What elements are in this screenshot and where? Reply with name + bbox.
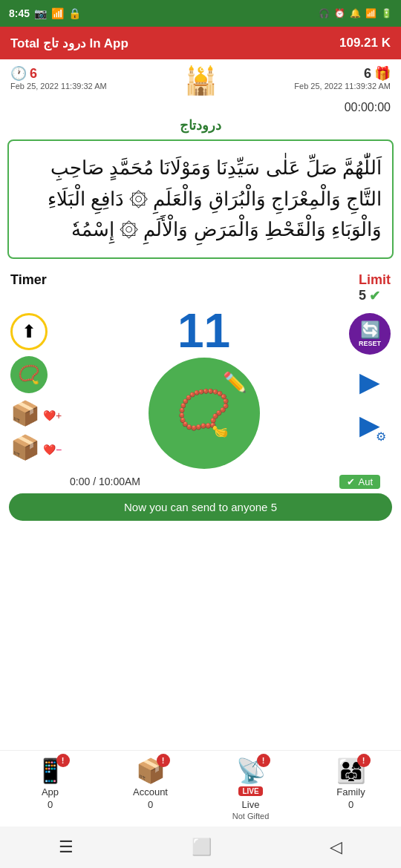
live-label: Live: [242, 799, 260, 810]
limit-section: Limit 5 ✔: [359, 272, 391, 304]
left-icons: ⬆ 📿 📦 ❤️+ 📦 ❤️−: [10, 313, 59, 461]
right-controls: 🔄 RESET ▶ ▶ ⚙: [349, 313, 391, 441]
family-count: 0: [348, 799, 353, 810]
toast-message: Now you can send to anyone 5: [124, 501, 277, 513]
play-settings-button[interactable]: ▶ ⚙: [359, 410, 380, 441]
limit-number: 5: [359, 288, 366, 303]
tasbih-button[interactable]: 📿 ✏️: [149, 358, 260, 469]
nav-item-account[interactable]: 📦 ! Account 0: [121, 757, 180, 810]
arabic-text: اَللّٰهُمَّ صَلِّ عَلٰى سَيِّدِنَا وَمَو…: [48, 157, 382, 240]
mosque-icon-container: 🕌: [184, 65, 218, 96]
play-button[interactable]: ▶: [359, 366, 380, 398]
gift-icon: 🎁: [374, 65, 391, 82]
family-icon-wrap: 👨‍👩‍👧 !: [336, 757, 366, 785]
vibrate-icon: 🔔: [350, 8, 361, 19]
limit-label: Limit: [359, 272, 391, 288]
live-icon-wrap: 📡 !: [236, 757, 266, 785]
header-count: 109.21 K: [339, 36, 391, 50]
right-count-value: 6: [364, 66, 371, 82]
arabic-label: درودتاج: [0, 114, 401, 137]
progress-time-value: 0:00: [70, 476, 90, 487]
counter-number: 11: [177, 307, 230, 355]
header-title: Total درود تاج In App: [10, 36, 128, 51]
reset-label: RESET: [359, 340, 381, 347]
status-bar-left: 8:45 📷 📶 🔒: [9, 7, 81, 19]
live-tag: LIVE: [238, 786, 262, 796]
home-button[interactable]: ⬜: [192, 838, 212, 857]
back-button[interactable]: ◁: [330, 838, 342, 857]
account-label: Account: [133, 786, 168, 798]
arabic-text-box: اَللّٰهُمَّ صَلِّ عَلٰى سَيِّدِنَا وَمَو…: [7, 139, 394, 259]
main-section: Timer Limit 5 ✔ ⬆ 📿 📦 ❤️+ 📦 ❤️−: [0, 266, 401, 489]
auto-button[interactable]: ✔ Aut: [339, 475, 380, 489]
wifi-icon: 🔒: [68, 7, 81, 19]
timer-display: 00:00:00: [0, 99, 401, 114]
box-plus-icon: 📦: [10, 399, 40, 427]
history-icon: 🕐: [10, 65, 27, 82]
app-badge: !: [56, 754, 70, 767]
box-minus-icon: 📦: [10, 433, 40, 461]
timer-label: Timer: [10, 272, 47, 288]
nav-item-live[interactable]: 📡 ! LIVE Live Not Gifted: [221, 757, 281, 821]
box-minus-container[interactable]: 📦 ❤️−: [10, 433, 59, 461]
info-left: 🕐 6 Feb 25, 2022 11:39:32 AM: [10, 65, 107, 91]
tasbih-beads-icon: 📿: [176, 387, 232, 439]
status-bar-right: 🎧 ⏰ 🔔 📶 🔋: [319, 8, 392, 19]
check-icon: ✔: [369, 288, 380, 304]
left-count-value: 6: [30, 66, 37, 82]
nav-item-app[interactable]: 📱 ! App 0: [21, 757, 80, 810]
gear-icon: ⚙: [376, 430, 386, 444]
progress-separator: /: [93, 476, 99, 487]
left-date: Feb 25, 2022 11:39:32 AM: [10, 82, 107, 91]
limit-value: 5 ✔: [359, 288, 391, 304]
signal-icon: 📶: [51, 7, 64, 19]
toast-notification: Now you can send to anyone 5: [9, 493, 392, 521]
account-badge: !: [157, 754, 170, 767]
up-arrow-button[interactable]: ⬆: [10, 313, 48, 350]
family-label: Family: [336, 786, 365, 798]
app-label: App: [42, 786, 59, 798]
info-row: 🕐 6 Feb 25, 2022 11:39:32 AM 🕌 6 🎁 Feb 2…: [0, 59, 401, 99]
up-arrow-icon: ⬆: [22, 321, 36, 342]
timer-limit-row: Timer Limit 5 ✔: [10, 272, 391, 304]
header-title-text: Total درود تاج In App: [10, 36, 128, 51]
bottom-nav: 📱 ! App 0 📦 ! Account 0 📡 ! LIVE Live No…: [0, 750, 401, 823]
tasbih-icon-button[interactable]: 📿: [10, 356, 48, 393]
right-date: Feb 25, 2022 11:39:32 AM: [294, 82, 391, 91]
status-bar: 8:45 📷 📶 🔒 🎧 ⏰ 🔔 📶 🔋: [0, 0, 401, 27]
system-nav: ☰ ⬜ ◁: [0, 826, 401, 868]
beads-small-icon: 📿: [18, 364, 40, 385]
family-badge: !: [357, 754, 371, 767]
reset-button[interactable]: 🔄 RESET: [349, 313, 391, 355]
live-badge: !: [257, 754, 270, 767]
battery-icon: 🔋: [381, 8, 392, 19]
right-count: 6 🎁: [364, 65, 391, 82]
header-bar: Total درود تاج In App 109.21 K: [0, 27, 401, 59]
account-icon-wrap: 📦 !: [136, 757, 166, 785]
menu-button[interactable]: ☰: [59, 838, 74, 857]
live-sublabel: Not Gifted: [232, 812, 270, 821]
progress-row: 0:00 / 10:00AM ✔ Aut: [10, 469, 391, 489]
app-count: 0: [48, 799, 53, 810]
alarm-icon: ⏰: [334, 8, 345, 19]
reset-icon: 🔄: [360, 320, 380, 340]
counter-area: ⬆ 📿 📦 ❤️+ 📦 ❤️− 11 📿 ✏️: [10, 307, 391, 469]
play-icon: ▶: [359, 366, 380, 397]
camera-icon: 📷: [34, 7, 47, 19]
nav-item-family[interactable]: 👨‍👩‍👧 ! Family 0: [322, 757, 381, 810]
pencil-icon: ✏️: [223, 371, 247, 394]
box-plus-container[interactable]: 📦 ❤️+: [10, 399, 59, 427]
progress-end-value: 10:00AM: [99, 476, 140, 487]
auto-label: Aut: [358, 476, 373, 487]
headphone-icon: 🎧: [319, 8, 330, 19]
center-section: 11 📿 ✏️: [149, 307, 260, 469]
status-time: 8:45: [9, 7, 30, 19]
wifi-signal-icon: 📶: [365, 8, 376, 19]
plus-icon: ❤️+: [43, 410, 62, 421]
app-icon-wrap: 📱 !: [36, 757, 65, 785]
account-count: 0: [148, 799, 153, 810]
left-count: 🕐 6: [10, 65, 107, 82]
minus-icon: ❤️−: [43, 444, 62, 456]
check-small-icon: ✔: [347, 476, 355, 487]
mosque-icon: 🕌: [184, 65, 218, 96]
